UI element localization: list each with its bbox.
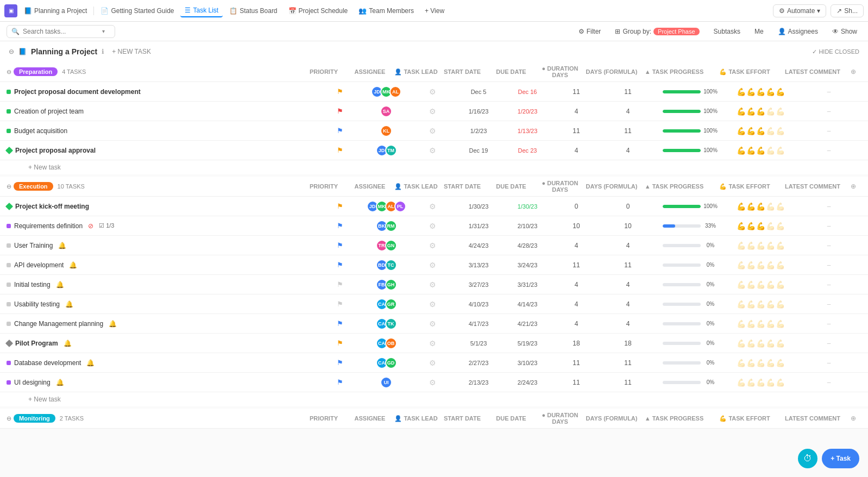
task-days-formula: 4 [601,147,655,154]
col-header-startdate: START DATE [438,68,487,75]
stop-icon: ⊘ [88,222,93,230]
task-progress: 0% [655,281,726,287]
gear-icon[interactable]: ⚙ [429,107,436,116]
automate-button[interactable]: ⚙ Automate ▾ [773,4,826,17]
gear-icon[interactable]: ⚙ [429,280,436,289]
new-task-preparation[interactable]: + New task [0,160,868,174]
tab-task-list[interactable]: ☰ Task List [180,4,223,17]
tab-team-members[interactable]: 👥 Team Members [354,5,418,17]
project-icon: 📘 [24,7,32,15]
group-execution: ⊖ Execution 10 TASKS PRIORITY ASSIGNEE 👤… [0,177,868,406]
show-button[interactable]: 👁 Show [828,26,861,37]
task-assignees: KL [362,125,411,137]
tab-add-view[interactable]: + View [420,5,449,17]
group-tag-execution: Execution [14,182,53,191]
flag-icon: ⚑ [337,146,343,154]
task-priority: ⚑ [318,319,362,328]
app-logo[interactable]: ▣ [4,4,17,17]
col-header-duration-mon: ● DURATION DAYS [536,412,584,425]
avatar: TC [385,259,397,271]
assignees-button[interactable]: 👤 Assignees [773,26,822,37]
add-column-button-ex[interactable]: ⊕ [845,183,861,190]
share-button[interactable]: ↗ Sh... [831,4,864,17]
task-assignees: CA TK [362,318,411,330]
group-toggle-preparation[interactable]: ⊖ [7,68,11,76]
flag-icon: ⚑ [337,280,343,288]
task-comment: – [796,300,861,308]
nav-right-actions: ⚙ Automate ▾ ↗ Sh... [773,4,864,17]
task-start-date: Dec 19 [454,147,503,154]
task-progress: 0% [655,262,726,268]
gear-icon[interactable]: ⚙ [429,146,436,155]
task-due-date: 3/10/23 [503,359,552,367]
task-start-date: 4/24/23 [454,242,503,249]
project-title-nav[interactable]: 📘 Planning a Project [20,5,91,17]
new-task-button[interactable]: + NEW TASK [109,47,154,57]
circle-icon: ● [542,65,546,72]
task-name-user-training: User Training 🔔 [7,242,318,249]
group-toggle-execution[interactable]: ⊖ [7,183,11,190]
task-due-date: 4/14/23 [503,300,552,308]
col-header-startdate-mon: START DATE [438,415,487,422]
col-header-duedate-ex: DUE DATE [487,183,536,190]
search-input[interactable] [23,28,99,35]
avatar: TK [385,318,397,330]
gear-icon[interactable]: ⚙ [429,359,436,367]
task-lead: ⚙ [411,87,454,96]
task-due-date: 3/31/23 [503,281,552,288]
timer-button[interactable]: ⏱ [798,449,817,468]
task-due-date: 2/10/23 [503,222,552,230]
task-priority: ⚑ [318,339,362,347]
task-comment: – [796,379,861,386]
gear-icon[interactable]: ⚙ [429,319,436,328]
task-duration: 18 [552,340,601,347]
tab-status-board[interactable]: 📋 Status Board [225,5,281,17]
task-comment: – [796,261,861,269]
tab-getting-started[interactable]: 📄 Getting Started Guide [96,5,178,17]
gear-icon[interactable]: ⚙ [429,87,436,96]
flag-icon: ⚑ [337,202,343,210]
task-name-database: Database development 🔔 [7,359,318,367]
new-task-execution[interactable]: + New task [0,392,868,406]
task-assignees: JD MK AL [362,86,411,98]
task-progress: 100% [655,89,726,95]
gear-icon[interactable]: ⚙ [429,202,436,211]
search-box[interactable]: 🔍 ▾ [7,25,115,38]
add-column-button[interactable]: ⊕ [845,68,861,76]
task-progress: 0% [655,379,726,385]
gear-icon[interactable]: ⚙ [429,378,436,387]
task-name-ui-designing: UI designing 🔔 [7,379,318,386]
subtasks-button[interactable]: Subtasks [709,26,745,37]
add-task-button[interactable]: + Task [822,449,859,468]
col-header-task-progress-ex: ▲ TASK PROGRESS [639,183,709,190]
gear-icon[interactable]: ⚙ [429,222,436,230]
task-due-date: 5/19/23 [503,340,552,347]
task-effort: 💪💪💪💪💪 [726,359,796,367]
me-button[interactable]: Me [750,26,768,37]
task-progress: 100% [655,128,726,134]
filter-button[interactable]: ⚙ Filter [574,26,606,37]
eye-icon: 👁 [832,28,839,35]
gear-icon[interactable]: ⚙ [429,241,436,250]
task-status-dot [7,302,11,306]
task-name-kickoff: Project kick-off meeting [7,203,318,210]
gear-icon[interactable]: ⚙ [429,300,436,309]
gear-icon[interactable]: ⚙ [429,339,436,348]
task-name-proposal-approval: Project proposal approval [7,147,318,154]
task-lead: ⚙ [411,280,454,289]
collapse-icon[interactable]: ⊖ [9,48,14,55]
task-duration: 11 [552,379,601,386]
task-status-dot [7,224,11,228]
task-start-date: 4/17/23 [454,320,503,328]
gear-icon[interactable]: ⚙ [429,127,436,135]
task-progress: 100% [655,147,726,153]
task-progress: 33% [655,223,726,229]
task-duration: 11 [552,88,601,96]
gear-icon[interactable]: ⚙ [429,261,436,269]
add-column-button-mon[interactable]: ⊕ [845,415,861,422]
group-toggle-monitoring[interactable]: ⊖ [7,415,11,422]
groupby-icon: ⊞ [615,28,620,35]
hide-closed-button[interactable]: ✓ HIDE CLOSED [812,48,859,55]
tab-project-schedule[interactable]: 📅 Project Schedule [284,5,353,17]
group-by-button[interactable]: ⊞ Group by: Project Phase [611,26,703,37]
